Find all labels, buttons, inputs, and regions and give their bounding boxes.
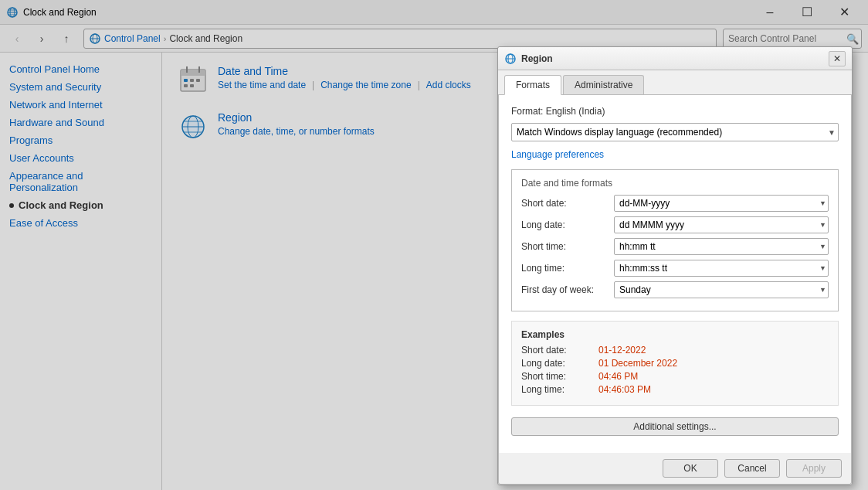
ex-short-date-value: 01-12-2022 — [598, 345, 646, 356]
dialog-tabs: Formats Administrative — [498, 70, 852, 95]
first-day-select-wrapper: Sunday Monday ▼ — [614, 281, 829, 298]
region-dialog: Region ✕ Formats Administrative Format: … — [497, 46, 853, 485]
first-day-select[interactable]: Sunday Monday — [614, 281, 829, 298]
ex-short-date-label: Short date: — [521, 345, 598, 356]
short-time-row: Short time: hh:mm tt ▼ — [521, 238, 829, 255]
long-date-row: Long date: dd MMMM yyyy ▼ — [521, 216, 829, 233]
ex-short-time-label: Short time: — [521, 371, 598, 382]
short-time-select-wrapper: hh:mm tt ▼ — [614, 238, 829, 255]
language-preferences-link[interactable]: Language preferences — [511, 149, 839, 160]
formats-section-title: Date and time formats — [521, 178, 829, 189]
format-select-wrapper: Match Windows display language (recommen… — [511, 123, 839, 141]
format-label: Format: English (India) — [511, 106, 839, 117]
dialog-overlay: Region ✕ Formats Administrative Format: … — [0, 0, 868, 490]
first-day-label: First day of week: — [521, 284, 614, 295]
short-time-select[interactable]: hh:mm tt — [614, 238, 829, 255]
short-date-select-wrapper: dd-MM-yyyy ▼ — [614, 195, 829, 212]
long-time-select[interactable]: hh:mm:ss tt — [614, 260, 829, 277]
short-date-select[interactable]: dd-MM-yyyy — [614, 195, 829, 212]
short-date-row: Short date: dd-MM-yyyy ▼ — [521, 195, 829, 212]
ex-short-time-value: 04:46 PM — [598, 371, 638, 382]
apply-button[interactable]: Apply — [786, 459, 842, 478]
tab-administrative[interactable]: Administrative — [563, 75, 644, 94]
long-time-select-wrapper: hh:mm:ss tt ▼ — [614, 260, 829, 277]
ex-short-date-row: Short date: 01-12-2022 — [521, 345, 829, 356]
additional-settings-button[interactable]: Additional settings... — [511, 417, 839, 436]
dialog-footer: OK Cancel Apply — [498, 453, 852, 485]
long-time-label: Long time: — [521, 263, 614, 274]
ex-long-time-row: Long time: 04:46:03 PM — [521, 384, 829, 395]
cancel-button[interactable]: Cancel — [724, 459, 780, 478]
ex-long-date-label: Long date: — [521, 358, 598, 369]
long-date-select[interactable]: dd MMMM yyyy — [614, 216, 829, 233]
dialog-icon — [504, 53, 517, 65]
short-time-label: Short time: — [521, 241, 614, 252]
ex-long-date-row: Long date: 01 December 2022 — [521, 358, 829, 369]
dialog-close-button[interactable]: ✕ — [829, 51, 846, 66]
format-select[interactable]: Match Windows display language (recommen… — [511, 123, 839, 141]
ok-button[interactable]: OK — [663, 459, 718, 478]
formats-section: Date and time formats Short date: dd-MM-… — [511, 169, 839, 311]
ex-long-time-label: Long time: — [521, 384, 598, 395]
examples-title: Examples — [521, 329, 829, 340]
short-date-label: Short date: — [521, 198, 614, 209]
ex-long-date-value: 01 December 2022 — [598, 358, 677, 369]
ex-short-time-row: Short time: 04:46 PM — [521, 371, 829, 382]
dialog-content: Format: English (India) Match Windows di… — [498, 95, 852, 453]
dialog-titlebar: Region ✕ — [498, 47, 852, 70]
tab-formats[interactable]: Formats — [504, 75, 561, 95]
long-time-row: Long time: hh:mm:ss tt ▼ — [521, 260, 829, 277]
dialog-title-text: Region — [521, 53, 829, 64]
examples-section: Examples Short date: 01-12-2022 Long dat… — [511, 321, 839, 406]
ex-long-time-value: 04:46:03 PM — [598, 384, 651, 395]
long-date-label: Long date: — [521, 219, 614, 230]
long-date-select-wrapper: dd MMMM yyyy ▼ — [614, 216, 829, 233]
first-day-row: First day of week: Sunday Monday ▼ — [521, 281, 829, 298]
